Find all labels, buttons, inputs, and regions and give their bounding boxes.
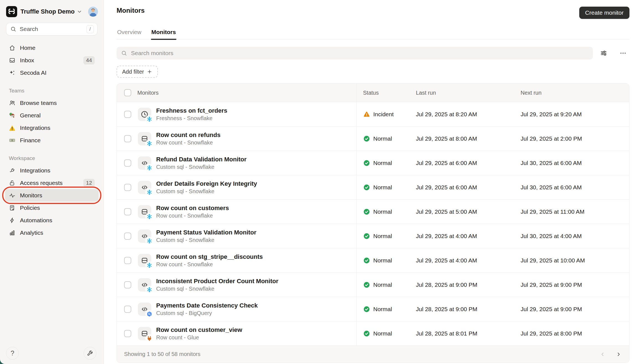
- next-page-button[interactable]: [613, 349, 624, 360]
- monitor-name[interactable]: Refund Data Validation Monitor: [156, 156, 246, 163]
- monitor-type-tile: [138, 278, 151, 291]
- chevron-down-icon[interactable]: [76, 9, 83, 15]
- sidebar-item-label: Inbox: [20, 57, 34, 64]
- workspace-name[interactable]: Truffle Shop Demo: [20, 8, 75, 15]
- snowflake-badge: [145, 237, 153, 245]
- monitor-name[interactable]: Freshness on fct_orders: [156, 107, 227, 115]
- table-row[interactable]: Row count on refunds Row count - Snowfla…: [117, 126, 629, 151]
- house-garden-icon: [9, 112, 16, 119]
- next-run-value: Jul 29, 2025 at 9:00 PM: [521, 282, 582, 288]
- table-row[interactable]: Inconsistent Product Order Count Monitor…: [117, 272, 629, 297]
- slash-shortcut-key: /: [86, 25, 94, 33]
- sidebar-search[interactable]: /: [6, 23, 97, 35]
- sidebar-item-secoda-ai[interactable]: Secoda AI: [5, 66, 99, 79]
- warning-emoji-icon: [9, 125, 16, 131]
- table-row[interactable]: Freshness on fct_orders Freshness - Snow…: [117, 102, 629, 126]
- table-row[interactable]: Payments Date Consistency Check Custom s…: [117, 297, 629, 321]
- row-checkbox[interactable]: [124, 135, 131, 142]
- tab-monitors[interactable]: Monitors: [151, 26, 177, 39]
- column-header-next-run[interactable]: Next run: [521, 90, 542, 96]
- sidebar-item-monitors[interactable]: Monitors: [5, 189, 99, 202]
- user-avatar[interactable]: [88, 7, 98, 17]
- status-label: Normal: [373, 184, 392, 191]
- normal-icon: [363, 159, 370, 167]
- row-checkbox[interactable]: [124, 233, 131, 240]
- row-checkbox[interactable]: [124, 208, 131, 215]
- sidebar-item-integrations[interactable]: Integrations: [5, 164, 99, 177]
- more-options-button[interactable]: [617, 47, 629, 60]
- tab-overview[interactable]: Overview: [117, 26, 142, 39]
- table-row[interactable]: Order Details Foreign Key Integrity Cust…: [117, 175, 629, 199]
- sidebar-search-input[interactable]: [20, 26, 86, 32]
- table-row[interactable]: Payment Status Validation Monitor Custom…: [117, 224, 629, 248]
- sidebar-item-team-integrations[interactable]: Integrations: [5, 122, 99, 134]
- sidebar-item-automations[interactable]: Automations: [5, 214, 99, 226]
- sidebar-item-browse-teams[interactable]: Browse teams: [5, 97, 99, 109]
- sidebar-item-inbox[interactable]: Inbox 44: [5, 54, 99, 66]
- row-checkbox[interactable]: [124, 281, 131, 288]
- filter-settings-button[interactable]: [597, 47, 610, 60]
- table-row[interactable]: Row count on customer_view Row count - G…: [117, 321, 629, 345]
- status-label: Normal: [373, 135, 392, 142]
- sidebar-item-label: Automations: [20, 217, 52, 224]
- monitor-name[interactable]: Row count on customer_view: [156, 326, 242, 334]
- next-run-value: Jul 29, 2025 at 8:00 PM: [521, 330, 582, 337]
- previous-page-button[interactable]: [597, 349, 608, 360]
- row-checkbox[interactable]: [124, 306, 131, 313]
- monitor-name[interactable]: Row count on refunds: [156, 131, 220, 139]
- monitors-search[interactable]: [117, 47, 593, 60]
- snowflake-badge: [145, 261, 153, 269]
- status-label: Normal: [373, 282, 392, 288]
- row-checkbox[interactable]: [124, 257, 131, 264]
- add-filter-button[interactable]: Add filter: [117, 66, 158, 78]
- sidebar-item-access-requests[interactable]: Access requests 12: [5, 177, 99, 189]
- snowflake-badge: [145, 188, 153, 196]
- monitor-type-tile: [138, 327, 151, 340]
- chevron-right-icon: [616, 351, 622, 357]
- monitor-name[interactable]: Row count on customers: [156, 204, 229, 212]
- status-label: Normal: [373, 330, 392, 337]
- row-checkbox[interactable]: [124, 184, 131, 191]
- monitor-name[interactable]: Payment Status Validation Monitor: [156, 229, 256, 236]
- help-button[interactable]: ?: [6, 347, 19, 360]
- inbox-count-badge: 44: [83, 56, 95, 64]
- table-row[interactable]: Refund Data Validation Monitor Custom sq…: [117, 151, 629, 175]
- row-checkbox[interactable]: [124, 159, 131, 167]
- sidebar: Truffle Shop Demo / Home Inbox 44 Secoda…: [0, 0, 104, 364]
- secoda-logo[interactable]: [6, 6, 17, 17]
- sidebar-item-home[interactable]: Home: [5, 42, 99, 54]
- monitor-type-tile: [138, 205, 151, 218]
- monitor-name[interactable]: Inconsistent Product Order Count Monitor: [156, 277, 278, 285]
- page-title: Monitors: [117, 7, 145, 14]
- ellipsis-icon: [619, 50, 627, 57]
- table-row[interactable]: Row count on customers Row count - Snowf…: [117, 199, 629, 224]
- monitor-name[interactable]: Order Details Foreign Key Integrity: [156, 180, 257, 188]
- monitors-search-input[interactable]: [131, 50, 588, 56]
- row-checkbox[interactable]: [124, 111, 131, 118]
- create-monitor-button[interactable]: Create monitor: [579, 7, 629, 19]
- sidebar-item-analytics[interactable]: Analytics: [5, 226, 99, 239]
- select-all-checkbox[interactable]: [124, 89, 131, 96]
- admin-tools-button[interactable]: [84, 347, 96, 360]
- table-footer: Showing 1 to 50 of 58 monitors: [117, 345, 629, 363]
- last-run-value: Jul 29, 2025 at 6:00 AM: [416, 160, 477, 166]
- tab-bar: Overview Monitors: [117, 26, 629, 40]
- column-header-last-run[interactable]: Last run: [416, 90, 436, 96]
- table-header: Monitors Status Last run Next run: [117, 84, 629, 102]
- column-header-monitors[interactable]: Monitors: [137, 90, 159, 96]
- monitor-name[interactable]: Row count on stg_stripe__discounts: [156, 253, 263, 261]
- sidebar-item-general[interactable]: General: [5, 109, 99, 122]
- policy-icon: [9, 205, 16, 211]
- column-header-status[interactable]: Status: [363, 90, 379, 96]
- monitor-subtitle: Custom sql - Snowflake: [156, 188, 257, 195]
- next-run-value: Jul 30, 2025 at 6:00 AM: [521, 160, 582, 166]
- sidebar-item-finance[interactable]: $ Finance: [5, 134, 99, 146]
- monitor-subtitle: Custom sql - Snowflake: [156, 237, 256, 243]
- sidebar-item-label: Policies: [20, 205, 40, 211]
- sidebar-item-policies[interactable]: Policies: [5, 202, 99, 214]
- row-checkbox[interactable]: [124, 330, 131, 337]
- next-run-value: Jul 30, 2025 at 4:00 AM: [521, 233, 582, 239]
- table-row[interactable]: Row count on stg_stripe__discounts Row c…: [117, 248, 629, 272]
- next-run-value: Jul 29, 2025 at 10:00 AM: [521, 257, 585, 264]
- monitor-name[interactable]: Payments Date Consistency Check: [156, 302, 258, 309]
